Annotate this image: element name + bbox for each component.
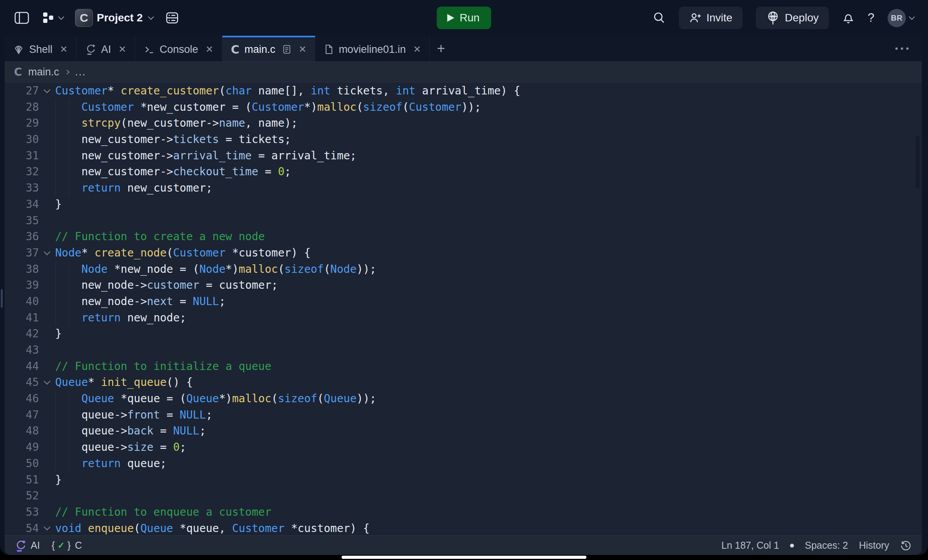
project-menu-button[interactable]: C Project 2	[75, 9, 153, 27]
search-button[interactable]	[652, 11, 666, 24]
breadcrumb-rest[interactable]: ...	[75, 66, 86, 78]
code-line[interactable]: 45Queue* init_queue() {	[5, 374, 922, 391]
fold-chevron-icon[interactable]	[39, 245, 55, 261]
fold-chevron-icon[interactable]	[39, 83, 55, 99]
code-line[interactable]: 44// Function to initialize a queue	[5, 358, 922, 375]
code-line[interactable]: 31 new_customer->arrival_time = arrival_…	[5, 148, 922, 164]
code-line[interactable]: 41 return new_node;	[5, 310, 922, 326]
invite-button[interactable]: Invite	[679, 7, 743, 29]
workspace-switcher-button[interactable]	[41, 11, 63, 25]
code-text: queue->front = NULL;	[55, 407, 922, 423]
code-line[interactable]: 50 return queue;	[5, 455, 922, 472]
account-menu-button[interactable]: BR	[888, 9, 914, 27]
tab-shell[interactable]: Shell ✕	[5, 36, 77, 61]
new-tab-button[interactable]: +	[430, 36, 452, 61]
code-line[interactable]: 27Customer* create_customer(char name[],…	[5, 83, 922, 99]
code-text: // Function to enqueue a customer	[55, 504, 922, 520]
code-line[interactable]: 34}	[5, 196, 922, 213]
code-line[interactable]: 43	[5, 342, 922, 358]
line-number: 51	[5, 472, 39, 488]
code-text: Queue* init_queue() {	[55, 374, 922, 391]
code-text	[55, 213, 922, 229]
code-text: new_customer->tickets = tickets;	[55, 131, 922, 148]
line-number: 46	[5, 391, 39, 407]
code-text: // Function to initialize a queue	[55, 358, 922, 375]
tab-overflow-button[interactable]	[895, 36, 922, 61]
code-line[interactable]: 46 Queue *queue = (Queue*)malloc(sizeof(…	[5, 391, 922, 407]
editor-scrollbar[interactable]	[916, 136, 919, 189]
search-icon	[652, 11, 666, 24]
fold-chevron-icon[interactable]	[39, 374, 55, 391]
c-language-icon: C	[14, 66, 22, 79]
line-number: 38	[5, 261, 39, 277]
tab-movieline01-in[interactable]: movieline01.in ✕	[315, 36, 430, 61]
code-line[interactable]: 54void enqueue(Queue *queue, Customer *c…	[5, 520, 922, 536]
console-icon	[144, 44, 155, 55]
line-number: 33	[5, 180, 39, 196]
close-icon[interactable]: ✕	[60, 44, 68, 55]
history-icon[interactable]	[900, 540, 912, 551]
code-line[interactable]: 49 queue->size = 0;	[5, 439, 922, 455]
pane-resize-handle[interactable]	[1, 289, 3, 308]
sidebar-toggle-button[interactable]	[14, 11, 30, 25]
close-icon[interactable]: ✕	[413, 44, 421, 55]
code-line[interactable]: 30 new_customer->tickets = tickets;	[5, 131, 922, 148]
code-text: Customer *new_customer = (Customer*)mall…	[55, 99, 922, 115]
dot-icon	[906, 47, 909, 50]
language-status-label: C	[75, 540, 82, 551]
code-text: void enqueue(Queue *queue, Customer *cus…	[55, 520, 922, 536]
tab-console[interactable]: Console ✕	[135, 36, 222, 61]
code-text: queue->back = NULL;	[55, 423, 922, 439]
line-number: 53	[5, 504, 39, 520]
run-button[interactable]: Run	[437, 7, 491, 29]
code-line[interactable]: 32 new_customer->checkout_time = 0;	[5, 164, 922, 180]
line-number: 49	[5, 439, 39, 455]
code-line[interactable]: 40 new_node->next = NULL;	[5, 293, 922, 310]
code-line[interactable]: 29 strcpy(new_customer->name, name);	[5, 115, 922, 131]
notifications-button[interactable]	[842, 11, 855, 24]
code-text: }	[55, 326, 922, 342]
code-line[interactable]: 42}	[5, 326, 922, 342]
history-button[interactable]: History	[859, 540, 889, 551]
tab-label: movieline01.in	[339, 44, 406, 56]
breadcrumb-file[interactable]: main.c	[28, 66, 59, 78]
fold-gutter	[39, 213, 55, 229]
code-line[interactable]: 51}	[5, 472, 922, 488]
code-line[interactable]: 36// Function to create a new node	[5, 229, 922, 245]
home-indicator[interactable]	[342, 556, 586, 559]
code-line[interactable]: 28 Customer *new_customer = (Customer*)m…	[5, 99, 922, 115]
code-line[interactable]: 37Node* create_node(Customer *customer) …	[5, 245, 922, 261]
cursor-position[interactable]: Ln 187, Col 1	[721, 540, 779, 551]
indent-setting[interactable]: Spaces: 2	[805, 540, 848, 551]
close-icon[interactable]: ✕	[299, 44, 307, 55]
fold-chevron-icon[interactable]	[39, 520, 55, 536]
file-icon	[324, 44, 334, 55]
help-button[interactable]: ?	[868, 11, 874, 25]
fold-gutter	[39, 293, 55, 310]
code-line[interactable]: 33 return new_customer;	[5, 180, 922, 196]
formatter-status-button[interactable]: { ✓ } C	[52, 540, 82, 551]
deploy-button[interactable]: Deploy	[756, 7, 829, 29]
code-line[interactable]: 52	[5, 488, 922, 504]
ai-icon	[85, 44, 96, 55]
tab-label: Shell	[29, 44, 52, 56]
code-line[interactable]: 39 new_node->customer = customer;	[5, 277, 922, 293]
code-line[interactable]: 48 queue->back = NULL;	[5, 423, 922, 439]
line-number: 43	[5, 342, 39, 358]
devices-button[interactable]	[165, 10, 180, 25]
code-editor[interactable]: 27Customer* create_customer(char name[],…	[5, 82, 922, 536]
file-status-icon[interactable]	[282, 44, 291, 54]
code-line[interactable]: 47 queue->front = NULL;	[5, 407, 922, 423]
close-icon[interactable]: ✕	[119, 44, 126, 55]
line-number: 27	[5, 83, 39, 99]
line-number: 37	[5, 245, 39, 261]
ai-status-button[interactable]: AI	[15, 539, 40, 552]
code-line[interactable]: 35	[5, 213, 922, 229]
code-line[interactable]: 53// Function to enqueue a customer	[5, 504, 922, 520]
code-text: Node *new_node = (Node*)malloc(sizeof(No…	[55, 261, 922, 277]
deploy-globe-icon	[766, 10, 780, 25]
tab-ai[interactable]: AI ✕	[77, 36, 135, 61]
code-line[interactable]: 38 Node *new_node = (Node*)malloc(sizeof…	[5, 261, 922, 277]
close-icon[interactable]: ✕	[206, 44, 213, 55]
tab-main-c[interactable]: C main.c ✕	[222, 36, 315, 61]
